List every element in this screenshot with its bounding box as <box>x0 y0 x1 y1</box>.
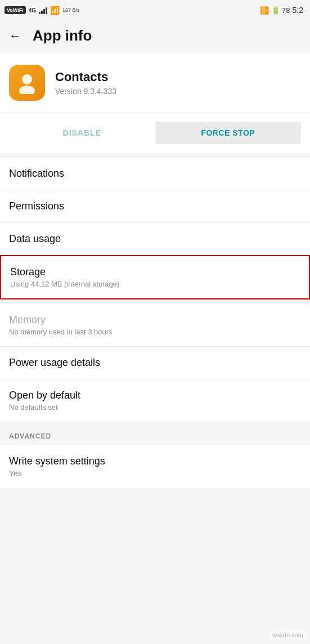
app-details: Contacts Version 9.3.4.333 <box>55 70 116 96</box>
memory-item[interactable]: Memory No memory used in last 3 hours <box>0 304 310 347</box>
status-bar-left: VoWiFi 4G 📶 167 B/s <box>5 6 80 15</box>
permissions-label: Permissions <box>9 200 301 212</box>
open-by-default-title: Open by default <box>9 390 301 401</box>
storage-subtitle: Using 44.12 MB (internal storage) <box>10 280 300 288</box>
back-button[interactable]: ← <box>9 29 21 43</box>
svg-point-0 <box>22 74 32 84</box>
power-usage-title: Power usage details <box>9 357 301 369</box>
permissions-item[interactable]: Permissions <box>0 190 310 223</box>
action-buttons: DISABLE FORCE STOP <box>0 113 310 153</box>
battery-container: 🔋 78 <box>271 6 290 15</box>
memory-title: Memory <box>9 314 301 326</box>
signal-bars-icon <box>39 6 47 14</box>
memory-subtitle: No memory used in last 3 hours <box>9 328 301 336</box>
header: ← App info <box>0 20 310 53</box>
svg-point-1 <box>19 86 35 94</box>
storage-item[interactable]: Storage Using 44.12 MB (internal storage… <box>0 255 310 299</box>
advanced-section: Write system settings Yes <box>0 445 310 488</box>
disable-button[interactable]: DISABLE <box>9 122 155 144</box>
app-name: Contacts <box>55 70 116 84</box>
memory-section: Memory No memory used in last 3 hours Po… <box>0 304 310 422</box>
wifi-icon: 📶 <box>50 6 60 15</box>
speed-display: 167 B/s <box>62 7 80 14</box>
vibrate-icon: 📴 <box>260 6 269 15</box>
battery-percentage: 78 <box>282 6 290 15</box>
write-system-settings-item[interactable]: Write system settings Yes <box>0 445 310 488</box>
vowifi-badge: VoWiFi <box>5 6 26 14</box>
status-bar-right: 📴 🔋 78 5:2 <box>260 6 303 15</box>
data-usage-label: Data usage <box>9 233 301 245</box>
write-system-settings-subtitle: Yes <box>9 469 301 478</box>
force-stop-button[interactable]: FORCE STOP <box>155 122 302 144</box>
advanced-header: ADVANCED <box>0 422 310 445</box>
app-icon <box>9 65 45 101</box>
open-by-default-subtitle: No defaults set <box>9 403 301 412</box>
power-usage-item[interactable]: Power usage details <box>0 347 310 379</box>
notifications-item[interactable]: Notifications <box>0 158 310 190</box>
status-bar: VoWiFi 4G 📶 167 B/s 📴 🔋 78 5:2 <box>0 0 310 20</box>
network-label: 4G <box>29 7 36 14</box>
notifications-label: Notifications <box>9 168 301 180</box>
menu-section: Notifications Permissions Data usage <box>0 158 310 255</box>
data-usage-item[interactable]: Data usage <box>0 223 310 255</box>
advanced-label: ADVANCED <box>9 432 51 440</box>
open-by-default-item[interactable]: Open by default No defaults set <box>0 379 310 422</box>
app-version: Version 9.3.4.333 <box>55 87 116 96</box>
time-display: 5:2 <box>293 6 303 15</box>
watermark: wsxdn.com <box>270 630 305 639</box>
contacts-icon <box>16 71 38 94</box>
battery-icon: 🔋 <box>271 6 280 15</box>
app-info-card: Contacts Version 9.3.4.333 <box>0 53 310 112</box>
write-system-settings-title: Write system settings <box>9 455 301 467</box>
page-title: App info <box>33 27 92 44</box>
storage-title: Storage <box>10 266 300 278</box>
